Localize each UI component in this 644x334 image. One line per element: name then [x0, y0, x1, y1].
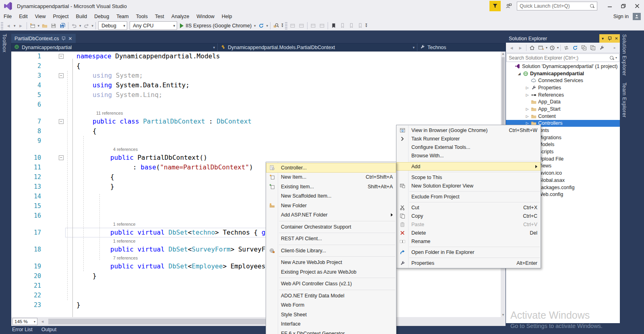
scroll-left-icon[interactable]: ◄ [41, 320, 44, 324]
tree-item-dynamicappendpartial[interactable]: ◢Dynamicappendpartial [506, 70, 620, 77]
refresh-browser-link-icon[interactable] [257, 21, 266, 30]
toolbar-grip[interactable] [285, 22, 287, 29]
collapse-region-icon[interactable]: − [59, 73, 64, 78]
close-tab-icon[interactable]: ✕ [68, 36, 72, 41]
context-menu-item-delete[interactable]: DeleteDel [396, 229, 541, 237]
editor-zoom-dropdown[interactable]: 145 % ▾ [12, 318, 37, 325]
window-position-icon[interactable]: ▾ [599, 34, 606, 43]
collapse-all-icon[interactable] [580, 44, 588, 52]
context-menu-item-scope-to-this[interactable]: Scope to This [396, 173, 541, 181]
se-back-icon[interactable]: ◄ [508, 44, 516, 52]
add-menu-item-style-sheet[interactable]: Style Sheet [266, 310, 396, 320]
add-menu-item-container-orchestrator-support[interactable]: Container Orchestrator Support [266, 222, 396, 232]
add-menu-item-ef-6-x-dbcontext-generator[interactable]: EF 6.x DbContext Generator [266, 329, 396, 334]
home-icon[interactable] [528, 44, 536, 52]
next-bookmark-icon[interactable] [347, 21, 356, 30]
add-menu-item-new-scaffolded-item[interactable]: New Scaffolded Item... [266, 192, 396, 201]
collapse-region-icon[interactable]: − [59, 155, 64, 160]
panel-tab-output[interactable]: Output [41, 327, 57, 332]
tree-item-content[interactable]: ▷Content [506, 113, 620, 120]
document-tab[interactable]: PartialDbContext.cs ✕ [11, 34, 76, 43]
chevron-down-icon[interactable]: ▾ [266, 24, 269, 28]
close-button[interactable] [630, 1, 644, 11]
nav-member-dropdown[interactable]: Technos [417, 43, 505, 51]
menu-window[interactable]: Window [193, 13, 218, 20]
chevron-down-icon[interactable]: ▾ [78, 24, 82, 28]
code-line-3[interactable]: 3−using System; [11, 71, 501, 80]
collapse-region-icon[interactable]: − [59, 54, 64, 59]
chevron-down-icon[interactable]: ▾ [253, 24, 257, 28]
code-line-23[interactable]: 23} [11, 300, 501, 310]
context-menu-item-view-in-browser-google-chrome[interactable]: View in Browser (Google Chrome)Ctrl+Shif… [396, 126, 541, 134]
tree-item-solution-dynamicappendpartial-1-project[interactable]: Solution 'Dynamicappendpartial' (1 proje… [506, 63, 620, 70]
expand-icon[interactable]: ▷ [524, 114, 530, 118]
increase-indent-icon[interactable] [318, 21, 326, 30]
chevron-down-icon[interactable]: ▾ [37, 24, 41, 28]
context-menu-item-browse-with[interactable]: Browse With... [396, 151, 541, 160]
clear-bookmarks-icon[interactable] [356, 21, 365, 30]
chevron-down-icon[interactable]: ▾ [91, 24, 95, 28]
undo-icon[interactable] [70, 21, 78, 30]
context-menu-item-task-runner-explorer[interactable]: Task Runner Explorer [396, 134, 541, 143]
tree-item-app-data[interactable]: App_Data [506, 98, 620, 105]
add-menu-item-new-item[interactable]: New Item...Ctrl+Shift+A [266, 173, 396, 182]
context-menu-item-rename[interactable]: Rename [396, 237, 541, 245]
pin-tab-icon[interactable] [62, 36, 65, 41]
menu-tools[interactable]: Tools [132, 13, 151, 20]
scroll-up-icon[interactable]: ▲ [501, 52, 506, 56]
collapse-region-icon[interactable]: − [59, 119, 64, 124]
add-menu-item-ado-net-entity-data-model[interactable]: ADO.NET Entity Data Model [266, 291, 396, 301]
context-menu-item-properties[interactable]: PropertiesAlt+Enter [396, 259, 541, 267]
codelens-references[interactable]: 4 references [113, 147, 138, 152]
add-menu-item-web-api-controller-class-v2-1[interactable]: Web API Controller Class (v2.1) [266, 279, 396, 289]
context-menu-item-cut[interactable]: CutCtrl+X [396, 203, 541, 212]
menu-view[interactable]: View [31, 13, 50, 20]
minimize-button[interactable] [603, 1, 617, 11]
toolbar-overflow-icon[interactable]: ▾▾ [281, 24, 284, 28]
expand-icon[interactable]: ▷ [524, 93, 530, 97]
context-menu-item-new-solution-explorer-view[interactable]: New Solution Explorer View [396, 181, 541, 190]
code-line-2[interactable]: 2{ [11, 61, 501, 71]
nav-back-icon[interactable]: ◄ [4, 21, 13, 30]
new-project-icon[interactable] [28, 21, 37, 30]
decrease-indent-icon[interactable] [309, 21, 318, 30]
add-menu-item-interface[interactable]: Interface [266, 320, 396, 329]
add-menu-item-rest-api-client[interactable]: REST API Client... [266, 234, 396, 244]
quick-launch-input[interactable]: Quick Launch (Ctrl+Q) [517, 2, 597, 10]
toolbar-grip[interactable] [1, 22, 3, 29]
open-file-icon[interactable] [40, 21, 49, 30]
context-menu-item-configure-external-tools[interactable]: Configure External Tools... [396, 143, 541, 151]
codelens-references[interactable]: 1 reference [113, 222, 136, 227]
menu-edit[interactable]: Edit [15, 13, 31, 20]
menu-project[interactable]: Project [50, 13, 72, 20]
scroll-down-icon[interactable]: ▼ [501, 313, 506, 317]
add-menu-item-new-folder[interactable]: New Folder [266, 201, 396, 210]
notifications-filter-icon[interactable] [489, 1, 501, 11]
add-menu-item-existing-project-as-azure-webjob[interactable]: Existing Project as Azure WebJob [266, 267, 396, 277]
menu-analyze[interactable]: Analyze [168, 13, 193, 20]
tree-item-app-start[interactable]: ▷App_Start [506, 105, 620, 113]
tree-item-references[interactable]: ▷References [506, 91, 620, 99]
context-menu-item-open-folder-in-file-explorer[interactable]: Open Folder in File Explorer [396, 248, 541, 256]
solution-explorer-title-bar[interactable]: Solution Explorer ▾ ✕ [506, 34, 620, 43]
codelens-references[interactable]: 11 references [96, 111, 123, 115]
panel-tab-error-list[interactable]: Error List [12, 327, 33, 332]
codelens-references[interactable]: 1 reference [113, 239, 136, 243]
menu-team[interactable]: Team [113, 13, 132, 20]
add-menu-item-new-azure-webjob-project[interactable]: New Azure WebJob Project [266, 258, 396, 268]
chevron-down-icon[interactable]: ▾ [557, 46, 559, 49]
toolbar-overflow-icon[interactable]: ▾▾ [365, 24, 368, 28]
save-all-icon[interactable] [58, 21, 67, 30]
team-explorer-side-tab[interactable]: Team Explorer [621, 82, 627, 118]
menu-test[interactable]: Test [151, 13, 168, 20]
sync-with-active-document-icon[interactable] [562, 44, 570, 52]
se-forward-icon[interactable]: ► [516, 44, 524, 52]
show-on-code-map-icon[interactable] [297, 21, 306, 30]
refresh-icon[interactable] [571, 44, 579, 52]
save-icon[interactable] [49, 21, 58, 30]
add-menu-item-controller[interactable]: Controller... [266, 163, 396, 173]
overflow-icon[interactable]: » [610, 44, 618, 52]
code-line-4[interactable]: 4using System.Data.Entity; [11, 80, 501, 90]
solution-platforms-combo[interactable]: Any CPU▾ [130, 21, 177, 30]
sign-in-link[interactable]: Sign in [613, 14, 629, 19]
